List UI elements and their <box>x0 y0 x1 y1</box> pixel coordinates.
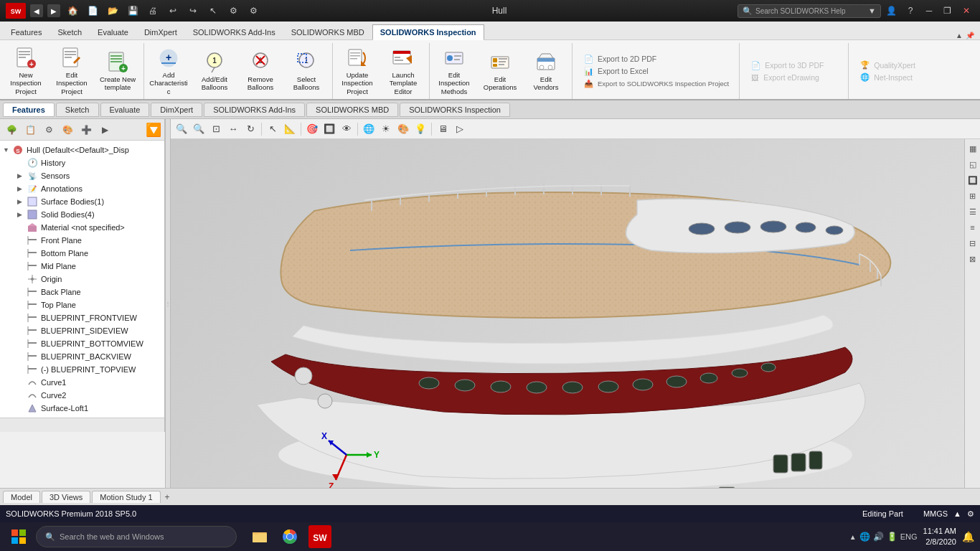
tree-blueprint-side[interactable]: BLUEPRINT_SIDEVIEW <box>0 324 164 337</box>
edit-methods-btn[interactable]: Edit Inspection Methods <box>433 45 476 97</box>
scene-btn[interactable]: 🎨 <box>395 121 411 137</box>
rt-view-btn-2[interactable]: ◱ <box>966 158 979 171</box>
add-edit-balloons-btn[interactable]: 1 Add/Edit Balloons <box>193 45 236 97</box>
tab-inspection[interactable]: SOLIDWORKS Inspection <box>372 24 484 40</box>
tree-annotations[interactable]: ▶ 📝 Annotations <box>0 182 164 195</box>
open-btn[interactable]: 📂 <box>105 3 121 19</box>
create-template-btn[interactable]: + Create New template <box>96 45 139 97</box>
tab-mbd[interactable]: SOLIDWORKS MBD <box>283 24 372 39</box>
arrow-right-btn[interactable]: ▶ <box>96 121 113 138</box>
rt-view-btn-7[interactable]: ⊟ <box>966 237 979 250</box>
rt-view-btn-6[interactable]: ≡ <box>966 221 979 234</box>
tray-battery-icon[interactable]: 🔋 <box>887 532 897 542</box>
tab-evaluate[interactable]: Evaluate <box>90 24 136 39</box>
close-btn[interactable]: ✕ <box>958 3 974 19</box>
rt-view-btn-3[interactable]: 🔲 <box>966 174 979 187</box>
cmd-tab-dimxpert[interactable]: DimXpert <box>151 103 202 117</box>
bottom-add-tab-btn[interactable]: + <box>165 492 170 502</box>
hide-show-btn[interactable]: 👁 <box>339 121 354 137</box>
tree-surface-bodies[interactable]: ▶ Surface Bodies(1) <box>0 195 164 208</box>
rt-view-btn-8[interactable]: ⊠ <box>966 253 979 265</box>
select-btn-vp[interactable]: ↖ <box>265 121 281 137</box>
home-btn[interactable]: 🏠 <box>65 3 80 19</box>
tree-curve2[interactable]: Curve2 <box>0 389 164 402</box>
notifications-btn[interactable]: 🔔 <box>962 531 974 542</box>
help-btn[interactable]: ? <box>903 3 918 19</box>
tree-bottom-plane[interactable]: Bottom Plane <box>0 247 164 260</box>
display-manager-btn[interactable]: 🎨 <box>59 121 76 138</box>
tray-volume-icon[interactable]: 🔊 <box>873 532 884 542</box>
tree-origin[interactable]: Origin <box>0 273 164 286</box>
rt-view-btn-4[interactable]: ⊞ <box>966 189 979 202</box>
tab-sketch[interactable]: Sketch <box>50 24 90 39</box>
tree-material[interactable]: Material <not specified> <box>0 221 164 234</box>
export-sw-inspection-btn[interactable]: 📤 Export to SOLIDWORKS Inspection Projec… <box>580 77 733 90</box>
user-icon[interactable]: 👤 <box>884 3 900 19</box>
shading-btn[interactable]: ☀ <box>378 121 394 137</box>
tray-network-icon[interactable]: 🌐 <box>859 532 870 542</box>
tree-blueprint-back[interactable]: BLUEPRINT_BACKVIEW <box>0 350 164 363</box>
section-view-btn[interactable]: 🖥 <box>435 121 451 137</box>
zoom-out-btn[interactable]: 🔍 <box>191 121 207 137</box>
launch-template-btn[interactable]: Launch Template Editor <box>382 45 425 97</box>
tree-top-plane[interactable]: Top Plane <box>0 298 164 311</box>
ribbon-pin-btn[interactable]: 📌 <box>966 32 974 39</box>
display-style-btn[interactable]: 🌐 <box>361 121 377 137</box>
tab-addins[interactable]: SOLIDWORKS Add-Ins <box>185 24 283 39</box>
view-orient-btn[interactable]: 🔲 <box>321 121 337 137</box>
resize-handle[interactable]: ⋮ <box>165 119 171 488</box>
minimize-btn[interactable]: ─ <box>921 3 937 19</box>
tray-up-arrow[interactable]: ▲ <box>849 533 857 541</box>
start-button[interactable] <box>6 524 32 550</box>
bottom-tab-3d-views[interactable]: 3D Views <box>42 491 90 503</box>
tree-front-plane[interactable]: Front Plane <box>0 234 164 247</box>
restore-btn[interactable]: ❐ <box>940 3 956 19</box>
view-more-btn[interactable]: ▷ <box>452 121 468 137</box>
cmd-tab-model[interactable]: Features <box>3 103 55 117</box>
clock[interactable]: 11:41 AM 2/8/2020 <box>923 526 956 548</box>
bottom-tab-motion[interactable]: Motion Study 1 <box>92 491 160 503</box>
tree-blueprint-front[interactable]: BLUEPRINT_FRONTVIEW <box>0 311 164 324</box>
update-inspection-btn[interactable]: Update Inspection Project <box>336 45 379 97</box>
remove-balloons-btn[interactable]: 1 Remove Balloons <box>239 45 282 97</box>
taskbar-chrome[interactable] <box>277 524 303 550</box>
new-inspection-btn[interactable]: + New Inspection Project <box>4 45 47 97</box>
edit-inspection-btn[interactable]: Edit Inspection Project <box>50 45 93 97</box>
nav-arrow-left[interactable]: ◀ <box>30 4 43 17</box>
cmd-tab-mbd[interactable]: SOLIDWORKS MBD <box>306 103 398 117</box>
tree-solid-bodies[interactable]: ▶ Solid Bodies(4) <box>0 208 164 221</box>
new-file-btn[interactable]: 📄 <box>85 3 100 19</box>
cmd-tab-evaluate[interactable]: Evaluate <box>100 103 150 117</box>
tab-features[interactable]: Features <box>3 24 50 39</box>
tree-blueprint-bottom[interactable]: BLUEPRINT_BOTTOMVIEW <box>0 337 164 350</box>
nav-arrow-right[interactable]: ▶ <box>47 4 60 17</box>
add-char-btn[interactable]: + Add Characteristic <box>147 45 190 97</box>
feature-tree-btn[interactable]: 🌳 <box>3 121 20 138</box>
tree-curve1[interactable]: Curve1 <box>0 376 164 389</box>
standard-views-btn[interactable]: 🎯 <box>304 121 320 137</box>
export-excel-btn[interactable]: 📊 Export to Excel <box>580 65 733 77</box>
model-viewport[interactable]: Y Z X ▦ ◱ 🔲 ⊞ ☰ ≡ <box>171 139 980 488</box>
edit-operations-btn[interactable]: Edit Operations <box>479 45 522 97</box>
rebuild-btn[interactable]: ⚙ <box>225 3 241 19</box>
tree-history[interactable]: 🕐 History <box>0 156 164 169</box>
select-balloons-btn[interactable]: 1 Select Balloons <box>285 45 328 97</box>
zoom-fit-btn[interactable]: ⊡ <box>208 121 224 137</box>
tray-keyboard-icon[interactable]: ENG <box>900 532 918 541</box>
tree-sensors[interactable]: ▶ 📡 Sensors <box>0 169 164 182</box>
filter-btn[interactable]: 🔽 <box>146 122 161 138</box>
cmd-tab-inspection[interactable]: SOLIDWORKS Inspection <box>400 103 510 117</box>
taskbar-file-explorer[interactable] <box>247 524 273 550</box>
tree-root[interactable]: ▼ S Hull (Default<<Default>_Disp <box>0 143 164 156</box>
select-btn[interactable]: ↖ <box>205 3 221 19</box>
measure-btn[interactable]: 📐 <box>282 121 298 137</box>
tree-mid-plane[interactable]: Mid Plane <box>0 260 164 273</box>
configuration-btn[interactable]: ⚙ <box>40 121 57 138</box>
rt-view-btn-1[interactable]: ▦ <box>966 142 979 155</box>
cmd-tab-addins[interactable]: SOLIDWORKS Add-Ins <box>204 103 305 117</box>
tree-blueprint-top[interactable]: (-) BLUEPRINT_TOPVIEW <box>0 363 164 376</box>
print-btn[interactable]: 🖨 <box>145 3 161 19</box>
tab-dimxpert[interactable]: DimXpert <box>136 24 185 39</box>
cmd-tab-sketch[interactable]: Sketch <box>56 103 99 117</box>
pan-btn[interactable]: ↔ <box>225 121 241 137</box>
